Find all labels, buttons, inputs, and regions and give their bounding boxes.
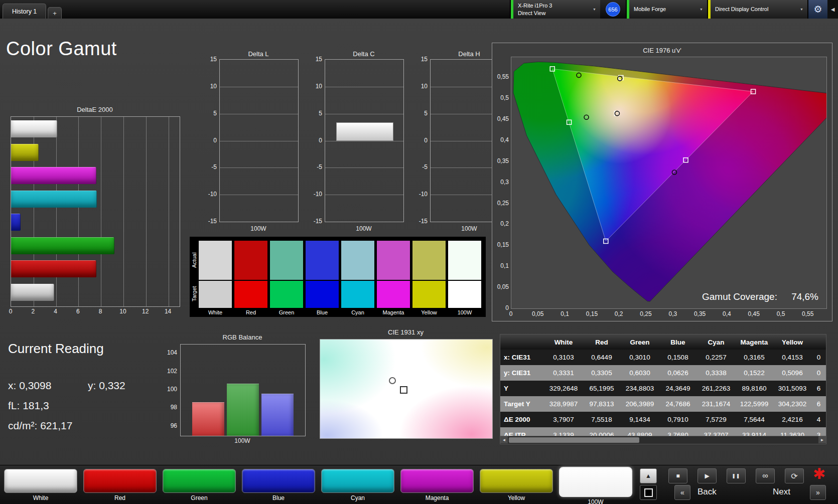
alert-asterisk-icon[interactable]: ✱ — [813, 466, 825, 481]
row-label: x: CIE31 — [500, 354, 544, 361]
pattern-window-button[interactable] — [640, 485, 657, 500]
actual-swatch — [377, 241, 410, 280]
table-cell: 0,3338 — [697, 369, 735, 377]
y-tick-label: -5 — [202, 163, 217, 171]
table-cell: 2,4216 — [773, 416, 811, 423]
collapse-panel-button[interactable]: ◀ — [827, 0, 838, 19]
tab-history-1[interactable]: History 1 — [3, 4, 46, 19]
gear-icon: ⚙ — [813, 4, 822, 15]
plus-icon: + — [53, 10, 57, 17]
pause-button[interactable]: ❚❚ — [727, 468, 746, 483]
swatch-label: Green — [270, 308, 303, 317]
y-tick-label: -10 — [202, 191, 217, 198]
table-header-cell: Magenta — [735, 339, 773, 346]
meter-dropdown-xrite[interactable]: X-Rite i1Pro 3 Direct View ▼ — [510, 0, 600, 19]
refresh-button[interactable]: ⟳ — [785, 468, 804, 483]
collapse-arrow-icon: ◀ — [831, 7, 835, 12]
table-row: y: CIE310,33310,33050,60300,06260,33380,… — [500, 365, 826, 381]
y-tick-label: -15 — [202, 218, 217, 225]
target-point-marker — [400, 386, 407, 394]
target-swatch — [377, 281, 410, 308]
target-swatch — [412, 281, 446, 308]
delta-chart-area — [325, 59, 404, 222]
table-header-row: WhiteRedGreenBlueCyanMagentaYellow — [500, 334, 826, 350]
swatch-label: Red — [234, 308, 267, 317]
chevron-down-icon: ▼ — [800, 8, 807, 11]
actual-swatch — [341, 241, 374, 280]
back-arrow-button[interactable]: « — [674, 485, 690, 500]
row-label: Target Y — [500, 400, 544, 408]
y-tick-label: 15 — [308, 56, 322, 63]
table-header-cell: Red — [583, 339, 621, 346]
table-cell: 9,1434 — [621, 416, 659, 423]
table-cell: 231,1674 — [697, 400, 735, 408]
delta-bar — [336, 122, 393, 140]
settings-gear-button[interactable]: ⚙ — [807, 0, 827, 19]
delta-chart-area — [219, 59, 299, 222]
cie1976-title: CIE 1976 u'v' — [492, 47, 832, 54]
y-tick-label: 0 — [413, 137, 428, 144]
table-cell: 261,2263 — [697, 385, 735, 392]
patch-magenta[interactable]: Magenta — [400, 469, 474, 504]
table-scrollbar[interactable]: ◄ ► — [500, 436, 826, 444]
y-tick-label: 5 — [308, 110, 322, 117]
patch-swatch — [400, 469, 474, 493]
gridline — [325, 87, 403, 87]
stop-button[interactable]: ■ — [668, 468, 687, 483]
gridline — [325, 195, 403, 195]
patch-swatch — [163, 469, 236, 493]
table-cell: 7,5518 — [583, 416, 621, 423]
source-dropdown-mobile-forge[interactable]: Mobile Forge ▼ — [626, 0, 707, 19]
y-tick-label: 0,45 — [493, 115, 509, 122]
continuous-measure-button[interactable]: ∞ — [756, 468, 775, 483]
patch-white[interactable]: White — [4, 469, 77, 504]
reading-y: y: 0,332 — [88, 380, 125, 392]
y-tick-label: 0 — [202, 137, 217, 144]
gridline — [220, 141, 298, 141]
patch-100w[interactable]: 100W — [559, 469, 632, 504]
app-window: History 1 + X-Rite i1Pro 3 Direct View ▼… — [0, 0, 838, 504]
expand-up-button[interactable]: ▲ — [640, 468, 657, 483]
y-tick-label: 0,1 — [493, 262, 509, 269]
meter-mode: Direct View — [518, 10, 552, 17]
y-tick-label: 5 — [202, 110, 217, 117]
patch-green[interactable]: Green — [163, 469, 236, 504]
cie1976-diagram — [511, 57, 826, 308]
deltae2000-x-axis: 02468101214 — [11, 308, 185, 315]
chevron-down-icon: ▼ — [593, 8, 600, 11]
row-label: y: CIE31 — [500, 369, 544, 377]
actual-swatch — [234, 241, 267, 280]
play-button[interactable]: ▶ — [697, 468, 717, 483]
patch-yellow[interactable]: Yellow — [480, 469, 553, 504]
patch-label: Magenta — [400, 494, 474, 501]
y-tick-label: -5 — [308, 163, 322, 171]
y-tick-label: 0 — [308, 137, 322, 144]
delta-x-label: 100W — [219, 225, 298, 232]
next-arrow-button[interactable]: » — [810, 485, 826, 500]
top-bar-right: X-Rite i1Pro 3 Direct View ▼ 656 Mobile … — [510, 0, 838, 19]
scroll-right-button[interactable]: ► — [818, 436, 826, 443]
patch-cyan[interactable]: Cyan — [321, 469, 394, 504]
top-bar: History 1 + X-Rite i1Pro 3 Direct View ▼… — [0, 0, 838, 19]
gridline — [220, 195, 298, 195]
x-tick-label: 0,35 — [689, 310, 711, 317]
y-tick-label: 0,2 — [493, 220, 509, 227]
table-row: Y329,264865,1995234,880324,3649261,22638… — [500, 381, 826, 396]
deltae-bar-100w — [11, 120, 57, 137]
next-button[interactable]: Next — [773, 487, 790, 497]
row-label: ΔE 2000 — [500, 416, 544, 423]
y-tick-label: 0,25 — [493, 200, 509, 207]
patch-red[interactable]: Red — [83, 469, 157, 504]
swatch-column-magenta: Magenta — [377, 241, 410, 317]
table-cell: 97,8313 — [583, 400, 621, 408]
display-dropdown-direct-display-control[interactable]: Direct Display Control ▼ — [707, 0, 807, 19]
y-tick-label: 0,3 — [493, 179, 509, 186]
scroll-left-button[interactable]: ◄ — [500, 436, 508, 443]
x-tick-label: 0,3 — [662, 310, 684, 317]
scrollbar-thumb[interactable] — [509, 437, 639, 443]
new-tab-button[interactable]: + — [48, 7, 62, 19]
measured-point-marker — [389, 377, 396, 384]
delta-charts: Delta L151050-5-10-15100WDelta C151050-5… — [202, 50, 523, 237]
patch-blue[interactable]: Blue — [242, 469, 315, 504]
back-button[interactable]: Back — [697, 487, 717, 497]
